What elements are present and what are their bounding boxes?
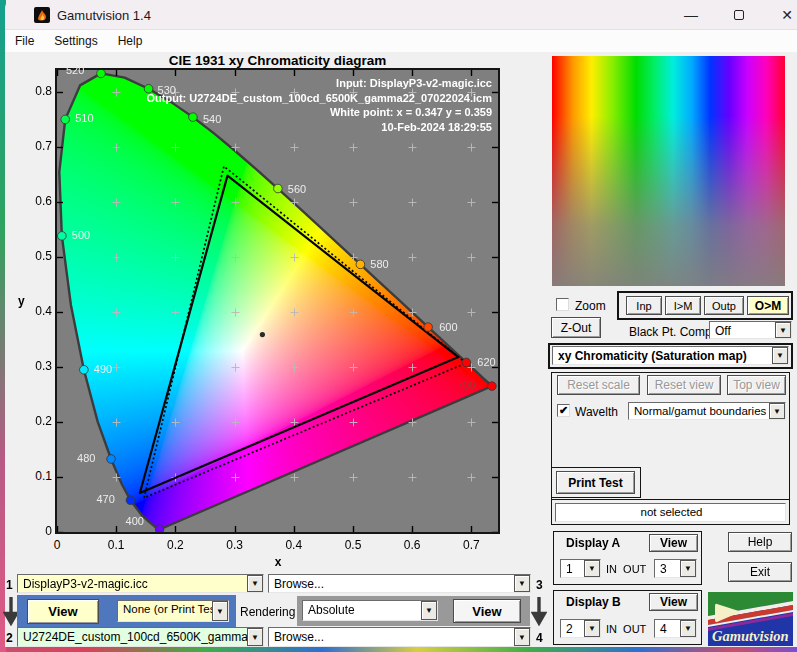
browse-output-dropdown-icon[interactable]: ▼ bbox=[514, 628, 530, 646]
input-profile-select[interactable]: DisplayP3-v2-magic.icc ▼ bbox=[17, 574, 264, 593]
zoom-checkbox[interactable] bbox=[556, 298, 569, 311]
display-a-in-select[interactable]: 1 ▼ bbox=[560, 559, 601, 578]
print-test-select[interactable]: None (or Print Test) ▼ bbox=[117, 600, 229, 622]
status-field: not selected bbox=[555, 503, 786, 522]
display-a-out-value: 3 bbox=[655, 560, 680, 577]
map-select[interactable]: xy Chromaticity (Saturation map) ▼ bbox=[552, 346, 789, 365]
print-test-button[interactable]: Print Test bbox=[556, 471, 635, 494]
display-b-in-value: 2 bbox=[561, 620, 584, 637]
y-tick-label: 0.7 bbox=[20, 139, 52, 153]
exit-button[interactable]: Exit bbox=[728, 562, 792, 582]
map-select-value: xy Chromaticity (Saturation map) bbox=[553, 347, 772, 364]
input-profile-dropdown-icon[interactable]: ▼ bbox=[247, 575, 263, 592]
rendering-intent-value: Absolute bbox=[303, 601, 421, 620]
black-pt-comp-value: Off bbox=[710, 322, 775, 338]
browse-input-value: Browse... bbox=[269, 575, 514, 592]
browse-output-select[interactable]: Browse... ▼ bbox=[268, 627, 531, 647]
minimize-button[interactable]: — bbox=[668, 0, 714, 30]
boundaries-select[interactable]: Normal/gamut boundaries ▼ bbox=[628, 402, 786, 420]
input-profile-value: DisplayP3-v2-magic.icc bbox=[18, 575, 247, 592]
y-tick-label: 0.2 bbox=[20, 414, 52, 428]
app-icon bbox=[34, 7, 50, 23]
display-a-out-dropdown-icon[interactable]: ▼ bbox=[680, 560, 696, 577]
rendering-label: Rendering bbox=[240, 605, 295, 619]
titlebar[interactable]: Gamutvision 1.4 — ✕ bbox=[5, 0, 797, 30]
black-pt-comp-select[interactable]: Off ▼ bbox=[709, 321, 792, 339]
rendering-intent-select[interactable]: Absolute ▼ bbox=[302, 600, 438, 621]
display-b-title: Display B bbox=[566, 595, 621, 609]
saturation-map-image[interactable] bbox=[552, 56, 785, 286]
output-profile-dropdown-icon[interactable]: ▼ bbox=[247, 628, 263, 646]
menu-help[interactable]: Help bbox=[118, 34, 143, 48]
close-button[interactable]: ✕ bbox=[764, 0, 797, 30]
desktop-edge-bottom bbox=[6, 647, 797, 652]
o-to-m-button[interactable]: O>M bbox=[747, 296, 789, 315]
slot-2-number: 2 bbox=[6, 631, 13, 645]
y-axis-label: y bbox=[18, 294, 25, 308]
display-a-in-value: 1 bbox=[561, 560, 584, 577]
outp-button[interactable]: Outp bbox=[704, 296, 744, 315]
x-tick-label: 0.1 bbox=[99, 538, 133, 552]
top-view-button[interactable]: Top view bbox=[727, 375, 786, 395]
browse-output-value: Browse... bbox=[269, 628, 514, 646]
help-button[interactable]: Help bbox=[728, 532, 792, 552]
status-text: not selected bbox=[556, 504, 785, 521]
display-b-view-button[interactable]: View bbox=[649, 593, 698, 611]
y-tick-label: 0.3 bbox=[20, 359, 52, 373]
browse-input-dropdown-icon[interactable]: ▼ bbox=[514, 575, 530, 592]
z-out-button[interactable]: Z-Out bbox=[551, 317, 601, 338]
x-tick-label: 0.2 bbox=[158, 538, 192, 552]
output-profile-value: U2724DE_custom_100cd_6500K_gamma22_07 bbox=[18, 628, 247, 646]
slot-1-number: 1 bbox=[6, 578, 13, 592]
x-axis-label: x bbox=[272, 555, 284, 569]
display-b-out-select[interactable]: 4 ▼ bbox=[654, 619, 697, 638]
display-b-in-select[interactable]: 2 ▼ bbox=[560, 619, 601, 638]
zoom-checkbox-label: Zoom bbox=[575, 299, 606, 313]
boundaries-select-value: Normal/gamut boundaries bbox=[629, 403, 769, 419]
menubar: File Settings Help bbox=[5, 30, 797, 52]
x-tick-label: 0.3 bbox=[218, 538, 252, 552]
wavelth-checkbox-label: Wavelth bbox=[575, 405, 618, 419]
wavelth-checkbox[interactable]: ✔ bbox=[557, 404, 570, 417]
chromaticity-plot-canvas[interactable] bbox=[57, 70, 498, 532]
display-b-out-value: 4 bbox=[655, 620, 680, 637]
output-profile-select[interactable]: U2724DE_custom_100cd_6500K_gamma22_07 ▼ bbox=[17, 627, 264, 647]
display-b-out-dropdown-icon[interactable]: ▼ bbox=[680, 620, 696, 637]
x-tick-label: 0.6 bbox=[395, 538, 429, 552]
view-output-button[interactable]: View bbox=[453, 599, 521, 623]
gamutvision-window: Gamutvision 1.4 — ✕ File Settings Help C… bbox=[0, 0, 797, 652]
menu-settings[interactable]: Settings bbox=[54, 34, 97, 48]
plot-frame bbox=[55, 68, 500, 534]
i-to-m-button[interactable]: I>M bbox=[665, 296, 701, 315]
black-pt-comp-label: Black Pt. Comp. bbox=[629, 325, 715, 339]
reset-view-button[interactable]: Reset view bbox=[647, 375, 721, 395]
maximize-icon bbox=[734, 10, 744, 20]
display-b-in-dropdown-icon[interactable]: ▼ bbox=[584, 620, 600, 637]
view-input-button[interactable]: View bbox=[27, 599, 99, 624]
black-pt-dropdown-icon[interactable]: ▼ bbox=[775, 322, 791, 338]
display-b-inout-label: IN OUT bbox=[606, 623, 646, 635]
y-tick-label: 0 bbox=[20, 524, 52, 538]
display-a-out-select[interactable]: 3 ▼ bbox=[654, 559, 697, 578]
x-tick-label: 0.7 bbox=[454, 538, 488, 552]
x-tick-label: 0 bbox=[40, 538, 74, 552]
x-tick-label: 0.5 bbox=[336, 538, 370, 552]
y-tick-label: 0.1 bbox=[20, 469, 52, 483]
boundaries-dropdown-icon[interactable]: ▼ bbox=[769, 403, 785, 419]
print-test-dropdown-icon[interactable]: ▼ bbox=[212, 601, 228, 621]
print-test-select-value: None (or Print Test) bbox=[118, 601, 212, 621]
menu-file[interactable]: File bbox=[15, 34, 34, 48]
browse-input-select[interactable]: Browse... ▼ bbox=[268, 574, 531, 593]
chart-title: CIE 1931 xy Chromaticity diagram bbox=[57, 53, 498, 68]
svg-text:Gamutvision: Gamutvision bbox=[712, 628, 789, 644]
gamutvision-logo: Gamutvision bbox=[708, 592, 793, 646]
rendering-intent-dropdown-icon[interactable]: ▼ bbox=[421, 601, 437, 620]
map-select-dropdown-icon[interactable]: ▼ bbox=[772, 347, 788, 364]
maximize-button[interactable] bbox=[716, 0, 762, 30]
slot-3-number: 3 bbox=[536, 578, 543, 592]
display-a-inout-label: IN OUT bbox=[606, 563, 646, 575]
display-a-in-dropdown-icon[interactable]: ▼ bbox=[584, 560, 600, 577]
reset-scale-button[interactable]: Reset scale bbox=[557, 375, 640, 395]
display-a-view-button[interactable]: View bbox=[649, 534, 698, 552]
inp-button[interactable]: Inp bbox=[626, 296, 662, 315]
